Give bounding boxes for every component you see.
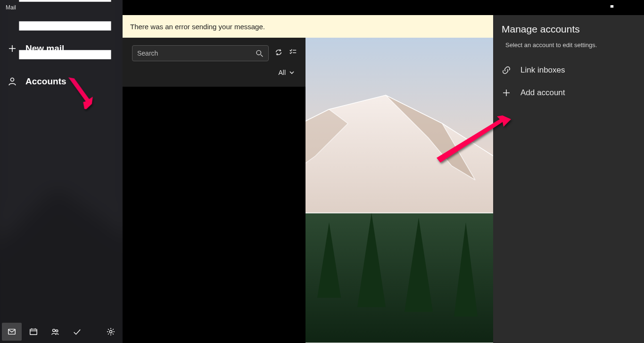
- annotation-arrow-addaccount: [429, 111, 514, 167]
- manage-accounts-panel: Manage accounts Select an account to edi…: [493, 15, 644, 343]
- svg-line-35: [261, 55, 263, 57]
- chevron-down-icon: [289, 69, 295, 76]
- people-app-button[interactable]: [45, 323, 65, 341]
- sidebar-bottom-bar: [0, 320, 123, 343]
- people-icon: [51, 327, 59, 336]
- select-mode-button[interactable]: [289, 48, 297, 58]
- error-banner: There was an error sending your message.: [123, 15, 493, 38]
- person-icon: [8, 77, 17, 86]
- message-list-empty: [123, 87, 305, 343]
- search-box[interactable]: [132, 45, 269, 61]
- svg-point-31: [53, 329, 55, 332]
- svg-point-25: [11, 78, 14, 82]
- svg-point-33: [109, 330, 112, 333]
- mail-app-button[interactable]: [2, 323, 22, 341]
- calendar-icon: [29, 327, 38, 336]
- filter-dropdown[interactable]: All: [123, 66, 305, 83]
- sidebar: New mail Accounts: [0, 0, 123, 343]
- window-title: Mail: [0, 4, 16, 11]
- link-icon: [502, 65, 511, 75]
- calendar-app-button[interactable]: [24, 323, 43, 341]
- close-button[interactable]: [622, 0, 644, 15]
- plus-icon: [502, 88, 511, 98]
- svg-point-32: [56, 330, 58, 332]
- add-account-button[interactable]: Add account: [493, 82, 644, 104]
- message-list-header: All: [123, 38, 305, 87]
- panel-title: Manage accounts: [493, 15, 644, 39]
- svg-marker-42: [437, 115, 511, 163]
- check-icon: [73, 327, 81, 336]
- panel-subtitle: Select an account to edit settings.: [493, 39, 644, 59]
- plus-icon: [8, 44, 17, 53]
- minimize-button[interactable]: [579, 0, 601, 15]
- add-account-label: Add account: [520, 88, 565, 98]
- hamburger-button[interactable]: [0, 15, 123, 37]
- content-background: [305, 15, 493, 343]
- gear-icon: [107, 327, 115, 336]
- titlebar: Mail: [0, 0, 644, 15]
- svg-rect-27: [30, 329, 37, 335]
- svg-rect-17: [610, 5, 614, 8]
- link-inboxes-label: Link inboxes: [520, 65, 565, 75]
- search-input[interactable]: [137, 49, 256, 57]
- refresh-icon: [274, 48, 283, 57]
- sync-button[interactable]: [274, 48, 283, 58]
- settings-button[interactable]: [101, 323, 121, 341]
- maximize-button[interactable]: [601, 0, 622, 15]
- link-inboxes-button[interactable]: Link inboxes: [493, 59, 644, 82]
- filter-label: All: [278, 69, 286, 76]
- search-icon: [256, 49, 264, 57]
- todo-app-button[interactable]: [67, 323, 87, 341]
- svg-point-34: [256, 50, 261, 55]
- new-mail-label: New mail: [25, 43, 64, 54]
- error-text: There was an error sending your message.: [130, 23, 265, 31]
- mail-icon: [8, 327, 16, 336]
- checklist-icon: [289, 48, 297, 57]
